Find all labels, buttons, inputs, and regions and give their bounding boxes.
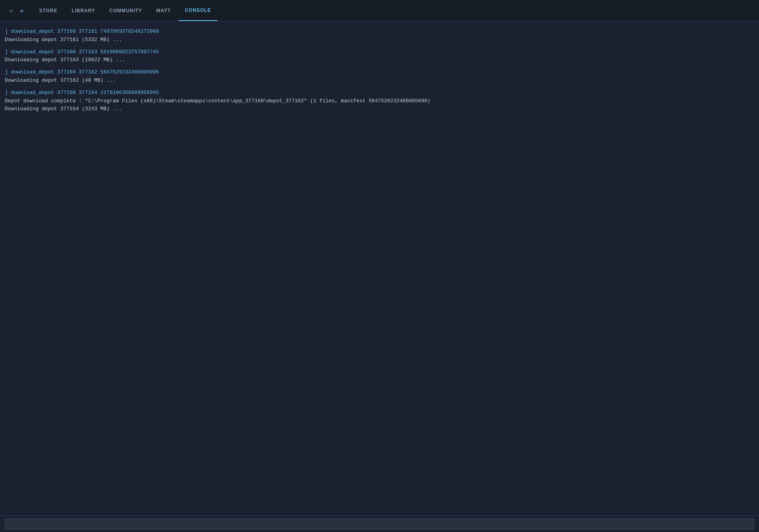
nav-item-community[interactable]: COMMUNITY [103, 0, 149, 21]
console-output-4-1: Downloading depot 377164 (3243 MB) ... [5, 105, 754, 113]
console-output-1-0: Downloading depot 377161 (5332 MB) ... [5, 36, 754, 44]
nav-item-library[interactable]: LIBRARY [65, 0, 102, 21]
console-command-3: ] download_depot 377160 377162 584752923… [5, 68, 754, 77]
console-block-4: ] download_depot 377160 377164 217810636… [5, 89, 754, 113]
console-input-bar [0, 515, 759, 532]
console-block-2: ] download_depot 377160 377163 581908802… [5, 48, 754, 65]
console-command-4: ] download_depot 377160 377164 217810636… [5, 89, 754, 97]
nav-item-store[interactable]: STORE [33, 0, 64, 21]
console-command-2: ] download_depot 377160 377163 581908802… [5, 48, 754, 56]
nav-item-matt[interactable]: MATT [150, 0, 177, 21]
back-arrow[interactable]: ◀ [6, 5, 15, 16]
console-output-3-0: Downloading depot 377162 (48 MB) ... [5, 77, 754, 85]
console-output-2-0: Downloading depot 377163 (18022 MB) ... [5, 56, 754, 64]
console-block-3: ] download_depot 377160 377162 584752923… [5, 68, 754, 85]
nav-items: STORE LIBRARY COMMUNITY MATT CONSOLE [33, 0, 217, 21]
console-command-1: ] download_depot 377160 377161 749706937… [5, 28, 754, 36]
console-output-4-0: Depot download complete : "C:\Program Fi… [5, 97, 754, 105]
forward-arrow[interactable]: ▶ [18, 5, 27, 16]
navbar: ◀ ▶ STORE LIBRARY COMMUNITY MATT CONSOLE [0, 0, 759, 21]
nav-arrows: ◀ ▶ [6, 5, 26, 16]
console-output-area: ] download_depot 377160 377161 749706937… [0, 21, 759, 515]
nav-item-console[interactable]: CONSOLE [179, 0, 217, 21]
console-input[interactable] [5, 519, 754, 530]
console-block-1: ] download_depot 377160 377161 749706937… [5, 28, 754, 44]
